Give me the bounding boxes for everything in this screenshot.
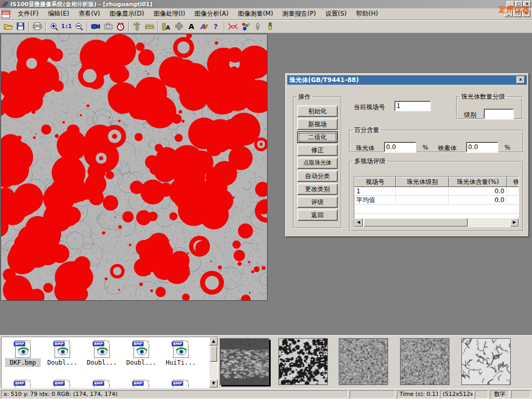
dialog-title-bar[interactable]: 珠光体(GB/T9441-88) × [287,75,527,85]
menu-view[interactable]: 查看(V) [74,8,105,19]
annotate-button[interactable]: A [197,21,210,32]
count-objects-button[interactable]: 3 [239,21,251,32]
file-name[interactable]: HuiTi... [164,359,198,366]
scrollbar-thumb[interactable] [210,346,217,362]
open-file-button[interactable] [2,21,15,32]
sample-thumbnail-1[interactable] [220,338,269,385]
new-field-button[interactable]: 新视场 [297,118,338,130]
rating-table[interactable]: 视场号 珠光体级别 珠光体含量(%) 铁素体 1 0.0 平均值 [354,176,519,227]
initialize-button[interactable]: 初始化 [297,105,338,117]
menu-image-analysis[interactable]: 图像分析(A) [190,8,233,19]
camera-capture-button[interactable] [102,21,114,32]
menu-bar: DOC 文件(F) 编辑(E) 查看(V) 图像显示(D) 图像处理(I) 图像… [0,8,532,20]
grade-input[interactable] [484,109,514,119]
file-item[interactable]: BMP Doubl... [124,340,158,366]
toolbar-separator [29,21,30,32]
ruler-button[interactable] [143,21,156,32]
file-item[interactable]: BMP [124,380,158,388]
measure-text-button[interactable]: A [160,21,172,32]
file-item[interactable]: BMP Doubl... [85,340,119,366]
save-button[interactable] [15,21,27,32]
brush-button[interactable] [264,21,276,32]
correct-button[interactable]: 修正 [297,144,338,156]
file-item[interactable]: BMP [85,380,119,388]
zoom-actual-button[interactable]: 1:1 [60,21,73,32]
scroll-down-arrow-icon[interactable]: ▼ [209,379,218,388]
menu-file[interactable]: 文件(F) [13,8,43,19]
col-field-no[interactable]: 视场号 [354,177,396,187]
pen-button[interactable] [251,21,264,32]
curve-button[interactable] [227,21,239,32]
menu-edit[interactable]: 编辑(E) [43,8,74,19]
file-item[interactable]: BMP HuiTi... [164,340,198,366]
grade-label: 级别 [464,111,476,119]
help-button[interactable]: ? [210,21,222,32]
status-empty-panel [475,390,488,398]
file-icon-list[interactable]: BMP DKF.bmp BMP Doubl... BMP Doubl... BM… [1,337,218,388]
menu-report[interactable]: 测量报告(P) [278,8,321,19]
cell-grade [396,196,449,204]
auto-classify-button[interactable]: 自动分类 [297,170,338,182]
file-item[interactable]: BMP DKF.bmp [6,340,40,366]
file-item[interactable]: BMP [164,380,198,388]
menu-settings[interactable]: 设置(S) [321,8,351,19]
menu-image-measure[interactable]: 图像测量(M) [233,8,278,19]
document-icon[interactable]: DOC [2,10,10,18]
print-button[interactable] [31,21,44,32]
text-button[interactable]: A [185,21,197,32]
scrollbar-thumb[interactable] [364,218,468,227]
vendor-watermark: 定州仪器 [499,5,530,15]
scroll-left-arrow-icon[interactable]: ◀ [354,218,363,227]
file-item[interactable]: BMP [45,380,79,388]
ferrite-label: 铁素体 [438,144,457,153]
sample-thumbnail-4[interactable] [400,338,449,385]
file-name[interactable]: Doubl... [45,359,79,366]
caliper-button[interactable] [131,21,143,32]
pearlite-dialog: 珠光体(GB/T9441-88) × 操作 初始化 新视场 二值化 修正 点取珠… [285,73,529,237]
cursor-position-panel: x: 510 y: 79 idx: 0 RGB: (174, 174, 174) [1,390,348,398]
zoom-in-button[interactable] [48,21,60,32]
col-pearlite-content[interactable]: 珠光体含量(%) [449,177,507,187]
sample-thumbnail-2[interactable] [278,338,328,385]
title-bar: IS100显微摄像系统(金相分析版) - [zhuguangti01] _ □ … [0,0,532,8]
file-item[interactable]: BMP [6,380,40,388]
table-row[interactable]: 平均值 0.0 [354,196,518,205]
grid-button[interactable] [172,21,185,32]
file-name[interactable]: DKF.bmp [6,359,40,366]
file-name[interactable]: Doubl... [85,359,119,366]
binarize-button[interactable]: 二值化 [297,131,338,143]
table-horizontal-scrollbar[interactable]: ◀ ▶ [354,218,518,227]
bmp-file-icon: BMP [94,340,110,358]
change-class-button[interactable]: 更改类别 [297,183,338,195]
menu-image-processing[interactable]: 图像处理(I) [149,8,190,19]
current-field-input[interactable] [394,101,431,111]
cell-content: 0.0 [449,196,507,204]
file-list-scrollbar[interactable]: ▲ ▼ [209,337,218,388]
table-row-empty [354,205,518,214]
return-button[interactable]: 返回 [297,209,338,221]
col-ferrite[interactable]: 铁素体 [507,177,519,187]
thumbnail-strip [218,336,532,389]
scroll-up-arrow-icon[interactable]: ▲ [209,337,218,345]
menu-image-display[interactable]: 图像显示(D) [105,8,149,19]
ferrite-percent-input[interactable] [466,142,498,152]
video-capture-button[interactable] [89,21,102,32]
col-pearlite-grade[interactable]: 珠光体级别 [396,177,449,187]
metallographic-image[interactable] [1,34,268,301]
toolbar-separator [224,21,225,32]
timer-button[interactable] [114,21,127,32]
bmp-file-icon: BMP [15,340,31,358]
dialog-close-button[interactable]: × [516,76,525,84]
sample-thumbnail-3[interactable] [339,338,388,385]
file-item[interactable]: BMP Doubl... [45,340,79,366]
grade-button[interactable]: 评级 [297,196,338,208]
status-empty-panel [511,390,531,398]
sample-thumbnail-5[interactable] [461,338,511,385]
pearlite-percent-input[interactable] [384,142,416,152]
pick-pearlite-button[interactable]: 点取珠光体 [297,157,338,169]
table-row[interactable]: 1 0.0 [354,187,518,196]
zoom-out-button[interactable] [73,21,85,32]
menu-help[interactable]: 帮助(H) [351,8,382,19]
scroll-right-arrow-icon[interactable]: ▶ [510,218,518,227]
file-name[interactable]: Doubl... [124,359,158,366]
